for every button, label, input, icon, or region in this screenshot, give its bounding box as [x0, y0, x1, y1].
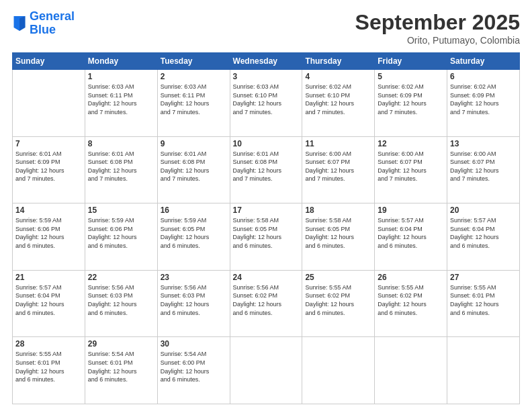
calendar-cell: [447, 337, 520, 404]
calendar-cell: 19Sunrise: 5:57 AM Sunset: 6:04 PM Dayli…: [375, 203, 447, 271]
calendar-cell: 24Sunrise: 5:56 AM Sunset: 6:02 PM Dayli…: [230, 270, 302, 337]
calendar-cell: 29Sunrise: 5:54 AM Sunset: 6:01 PM Dayli…: [85, 337, 157, 404]
day-number: 16: [161, 205, 227, 215]
day-info: Sunrise: 5:56 AM Sunset: 6:03 PM Dayligh…: [161, 283, 227, 317]
calendar-cell: [13, 70, 85, 137]
day-number: 29: [88, 339, 154, 349]
calendar-cell: [302, 337, 375, 404]
day-number: 4: [305, 72, 371, 81]
day-info: Sunrise: 5:54 AM Sunset: 6:00 PM Dayligh…: [161, 350, 227, 383]
calendar-cell: 2Sunrise: 6:03 AM Sunset: 6:11 PM Daylig…: [157, 70, 230, 137]
day-info: Sunrise: 6:01 AM Sunset: 6:08 PM Dayligh…: [161, 150, 227, 183]
day-number: 8: [88, 139, 154, 148]
day-info: Sunrise: 5:59 AM Sunset: 6:06 PM Dayligh…: [15, 216, 82, 250]
day-number: 3: [233, 72, 300, 81]
day-number: 6: [450, 72, 517, 81]
day-number: 15: [88, 205, 154, 215]
day-info: Sunrise: 6:02 AM Sunset: 6:09 PM Dayligh…: [450, 83, 517, 116]
day-number: 18: [305, 205, 371, 215]
day-number: 12: [378, 139, 444, 148]
day-number: 2: [161, 72, 227, 81]
calendar-cell: 11Sunrise: 6:00 AM Sunset: 6:07 PM Dayli…: [302, 136, 375, 203]
title-block: September 2025 Orito, Putumayo, Colombia: [355, 10, 520, 46]
day-info: Sunrise: 6:00 AM Sunset: 6:07 PM Dayligh…: [450, 150, 517, 183]
day-number: 1: [88, 72, 154, 81]
location: Orito, Putumayo, Colombia: [355, 35, 520, 46]
day-number: 17: [233, 205, 300, 215]
day-info: Sunrise: 6:02 AM Sunset: 6:10 PM Dayligh…: [305, 83, 371, 116]
logo-text: General Blue: [30, 10, 75, 37]
day-header-wednesday: Wednesday: [230, 53, 302, 70]
day-number: 13: [450, 139, 517, 148]
day-info: Sunrise: 6:03 AM Sunset: 6:11 PM Dayligh…: [161, 83, 227, 116]
day-info: Sunrise: 5:54 AM Sunset: 6:01 PM Dayligh…: [88, 350, 154, 383]
day-number: 21: [15, 273, 82, 282]
day-number: 26: [378, 273, 444, 282]
calendar-cell: 21Sunrise: 5:57 AM Sunset: 6:04 PM Dayli…: [13, 270, 85, 337]
calendar-cell: 4Sunrise: 6:02 AM Sunset: 6:10 PM Daylig…: [302, 70, 375, 137]
logo-icon: [13, 16, 26, 31]
calendar-cell: 26Sunrise: 5:55 AM Sunset: 6:02 PM Dayli…: [375, 270, 447, 337]
calendar-cell: 6Sunrise: 6:02 AM Sunset: 6:09 PM Daylig…: [447, 70, 520, 137]
day-number: 9: [161, 139, 227, 148]
day-number: 14: [15, 205, 82, 215]
calendar-cell: 20Sunrise: 5:57 AM Sunset: 6:04 PM Dayli…: [447, 203, 520, 271]
calendar-cell: 15Sunrise: 5:59 AM Sunset: 6:06 PM Dayli…: [85, 203, 157, 271]
calendar-cell: 1Sunrise: 6:03 AM Sunset: 6:11 PM Daylig…: [85, 70, 157, 137]
day-info: Sunrise: 6:00 AM Sunset: 6:07 PM Dayligh…: [305, 150, 371, 183]
day-header-friday: Friday: [375, 53, 447, 70]
day-number: 7: [15, 139, 82, 148]
day-number: 23: [161, 273, 227, 282]
header: General Blue September 2025 Orito, Putum…: [12, 10, 520, 46]
day-info: Sunrise: 5:58 AM Sunset: 6:05 PM Dayligh…: [305, 216, 371, 250]
logo: General Blue: [12, 10, 75, 37]
calendar-header-row: SundayMondayTuesdayWednesdayThursdayFrid…: [13, 53, 520, 70]
calendar-cell: 30Sunrise: 5:54 AM Sunset: 6:00 PM Dayli…: [157, 337, 230, 404]
day-info: Sunrise: 5:59 AM Sunset: 6:05 PM Dayligh…: [161, 216, 227, 250]
calendar-cell: 22Sunrise: 5:56 AM Sunset: 6:03 PM Dayli…: [85, 270, 157, 337]
day-header-saturday: Saturday: [447, 53, 520, 70]
calendar-cell: 16Sunrise: 5:59 AM Sunset: 6:05 PM Dayli…: [157, 203, 230, 271]
day-number: 11: [305, 139, 371, 148]
calendar-cell: 18Sunrise: 5:58 AM Sunset: 6:05 PM Dayli…: [302, 203, 375, 271]
day-header-monday: Monday: [85, 53, 157, 70]
calendar-cell: 7Sunrise: 6:01 AM Sunset: 6:09 PM Daylig…: [13, 136, 85, 203]
day-header-thursday: Thursday: [302, 53, 375, 70]
month-title: September 2025: [355, 10, 520, 35]
calendar-cell: 14Sunrise: 5:59 AM Sunset: 6:06 PM Dayli…: [13, 203, 85, 271]
calendar-cell: 9Sunrise: 6:01 AM Sunset: 6:08 PM Daylig…: [157, 136, 230, 203]
day-info: Sunrise: 5:55 AM Sunset: 6:02 PM Dayligh…: [378, 283, 444, 317]
day-info: Sunrise: 5:55 AM Sunset: 6:01 PM Dayligh…: [15, 350, 82, 383]
day-info: Sunrise: 5:57 AM Sunset: 6:04 PM Dayligh…: [378, 216, 444, 250]
day-info: Sunrise: 5:57 AM Sunset: 6:04 PM Dayligh…: [15, 283, 82, 317]
day-header-tuesday: Tuesday: [157, 53, 230, 70]
calendar-cell: 12Sunrise: 6:00 AM Sunset: 6:07 PM Dayli…: [375, 136, 447, 203]
svg-marker-1: [19, 16, 25, 31]
day-info: Sunrise: 5:57 AM Sunset: 6:04 PM Dayligh…: [450, 216, 517, 250]
calendar-cell: 27Sunrise: 5:55 AM Sunset: 6:01 PM Dayli…: [447, 270, 520, 337]
day-info: Sunrise: 5:55 AM Sunset: 6:01 PM Dayligh…: [450, 283, 517, 317]
week-row-1: 1Sunrise: 6:03 AM Sunset: 6:11 PM Daylig…: [13, 70, 520, 137]
calendar-cell: 5Sunrise: 6:02 AM Sunset: 6:09 PM Daylig…: [375, 70, 447, 137]
calendar-cell: 17Sunrise: 5:58 AM Sunset: 6:05 PM Dayli…: [230, 203, 302, 271]
day-info: Sunrise: 6:01 AM Sunset: 6:08 PM Dayligh…: [88, 150, 154, 183]
week-row-3: 14Sunrise: 5:59 AM Sunset: 6:06 PM Dayli…: [13, 203, 520, 271]
day-number: 10: [233, 139, 300, 148]
day-info: Sunrise: 5:56 AM Sunset: 6:03 PM Dayligh…: [88, 283, 154, 317]
day-info: Sunrise: 6:01 AM Sunset: 6:08 PM Dayligh…: [233, 150, 300, 183]
day-info: Sunrise: 5:55 AM Sunset: 6:02 PM Dayligh…: [305, 283, 371, 317]
calendar-cell: 13Sunrise: 6:00 AM Sunset: 6:07 PM Dayli…: [447, 136, 520, 203]
day-number: 22: [88, 273, 154, 282]
day-info: Sunrise: 6:02 AM Sunset: 6:09 PM Dayligh…: [378, 83, 444, 116]
calendar-cell: 28Sunrise: 5:55 AM Sunset: 6:01 PM Dayli…: [13, 337, 85, 404]
calendar-cell: 8Sunrise: 6:01 AM Sunset: 6:08 PM Daylig…: [85, 136, 157, 203]
day-number: 25: [305, 273, 371, 282]
calendar-cell: 10Sunrise: 6:01 AM Sunset: 6:08 PM Dayli…: [230, 136, 302, 203]
page: General Blue September 2025 Orito, Putum…: [0, 0, 532, 411]
day-header-sunday: Sunday: [13, 53, 85, 70]
week-row-4: 21Sunrise: 5:57 AM Sunset: 6:04 PM Dayli…: [13, 270, 520, 337]
day-number: 20: [450, 205, 517, 215]
calendar-cell: 23Sunrise: 5:56 AM Sunset: 6:03 PM Dayli…: [157, 270, 230, 337]
day-info: Sunrise: 6:03 AM Sunset: 6:10 PM Dayligh…: [233, 83, 300, 116]
day-info: Sunrise: 6:01 AM Sunset: 6:09 PM Dayligh…: [15, 150, 82, 183]
